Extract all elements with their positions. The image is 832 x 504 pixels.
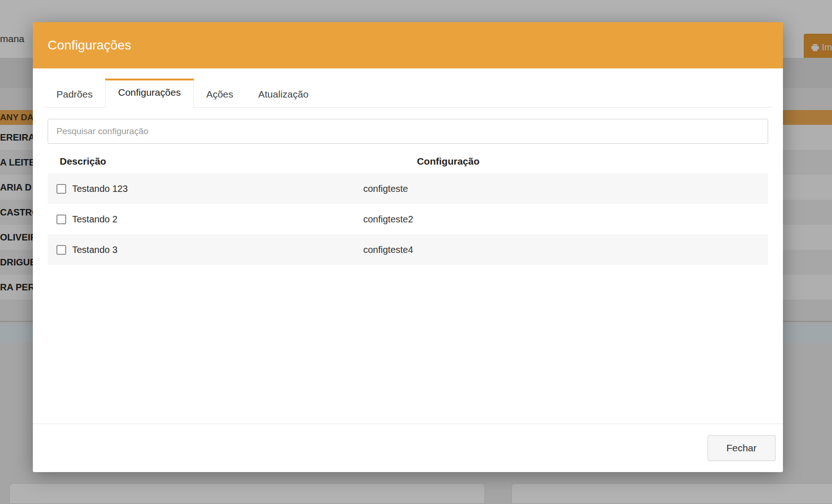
description-cell: Testando 3: [48, 245, 363, 255]
column-header-descricao: Descrição: [48, 156, 363, 167]
tab-configuracoes[interactable]: Configurações: [105, 79, 193, 108]
tab-bar: Padrões Configurações Ações Atualização: [44, 79, 772, 108]
modal-body: Descrição Configuração Testando 123 conf…: [33, 108, 783, 424]
table-header-row: Descrição Configuração: [48, 148, 768, 173]
description-cell: Testando 2: [48, 214, 363, 225]
close-button[interactable]: Fechar: [708, 435, 776, 461]
modal-header: Configurações: [33, 22, 783, 68]
modal-title: Configurações: [48, 38, 131, 53]
row-config: configteste4: [363, 245, 768, 255]
row-checkbox[interactable]: [56, 245, 66, 255]
row-description: Testando 2: [72, 214, 118, 225]
table-row: Testando 123 configteste: [48, 173, 768, 204]
row-description: Testando 3: [72, 245, 118, 255]
table-row: Testando 3 configteste4: [48, 234, 768, 265]
row-config: configteste: [363, 184, 768, 194]
tab-padroes[interactable]: Padrões: [44, 79, 105, 107]
row-checkbox[interactable]: [56, 184, 66, 194]
tab-acoes[interactable]: Ações: [194, 79, 246, 107]
column-header-configuracao: Configuração: [363, 156, 768, 167]
row-config: configteste2: [363, 214, 768, 225]
row-description: Testando 123: [72, 184, 128, 194]
tab-atualizacao[interactable]: Atualização: [246, 79, 321, 107]
search-input[interactable]: [48, 119, 768, 144]
table-row: Testando 2 configteste2: [48, 204, 768, 234]
description-cell: Testando 123: [48, 184, 363, 194]
modal-footer: Fechar: [33, 424, 783, 472]
row-checkbox[interactable]: [56, 215, 66, 224]
settings-modal: Configurações Padrões Configurações Açõe…: [33, 22, 783, 472]
